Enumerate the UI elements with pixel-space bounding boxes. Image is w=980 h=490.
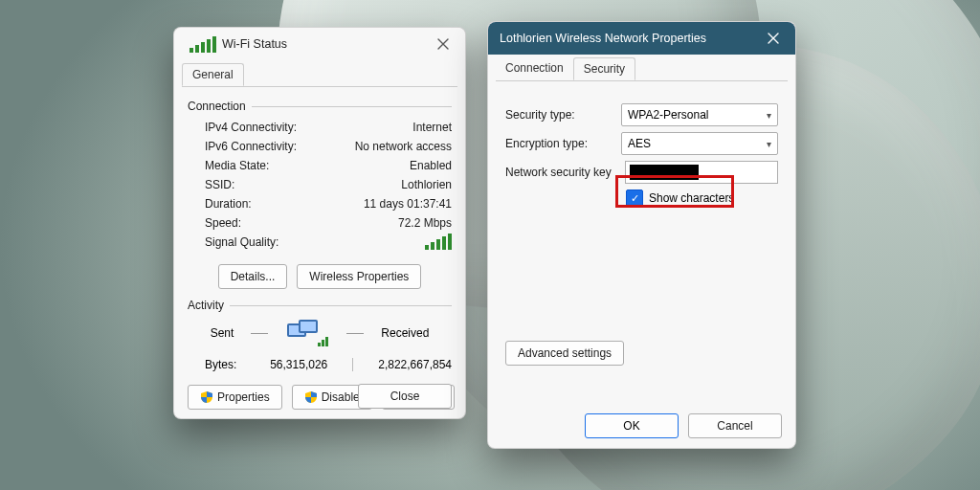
chevron-down-icon: ▾ <box>767 110 771 121</box>
security-type-dropdown[interactable]: WPA2-Personal ▾ <box>621 103 778 126</box>
group-connection: Connection <box>188 100 452 113</box>
tabs: Connection Security <box>496 57 788 81</box>
chevron-down-icon: ▾ <box>767 139 771 149</box>
media-state-value: Enabled <box>410 157 452 174</box>
wifi-status-body: Connection IPv4 Connectivity:Internet IP… <box>174 86 465 425</box>
security-type-value: WPA2-Personal <box>628 108 708 122</box>
wifi-status-window: Wi-Fi Status General Connection IPv4 Con… <box>173 27 466 419</box>
encryption-type-dropdown[interactable]: AES ▾ <box>621 132 778 155</box>
close-dialog-button[interactable]: Close <box>358 384 452 409</box>
bytes-label: Bytes: <box>205 358 255 371</box>
duration-value: 11 days 01:37:41 <box>364 195 452 212</box>
titlebar[interactable]: Wi-Fi Status <box>174 28 465 60</box>
wifi-signal-icon <box>184 36 216 53</box>
redacted-key <box>630 165 699 180</box>
show-characters-checkbox[interactable]: ✓ <box>626 189 643 207</box>
network-activity-icon <box>285 318 329 348</box>
duration-label: Duration: <box>205 195 364 212</box>
signal-quality-icon <box>419 234 452 255</box>
window-title: Wi-Fi Status <box>222 37 287 51</box>
svg-rect-5 <box>322 340 324 346</box>
group-activity: Activity <box>188 299 452 312</box>
network-security-key-input[interactable] <box>625 161 778 184</box>
ipv6-label: IPv6 Connectivity: <box>205 138 355 155</box>
sent-label: Sent <box>211 326 234 340</box>
window-title: Lothlorien Wireless Network Properties <box>500 32 706 45</box>
tab-connection[interactable]: Connection <box>496 57 573 80</box>
close-button[interactable] <box>751 22 795 55</box>
tab-general[interactable]: General <box>182 63 244 86</box>
signal-quality-label: Signal Quality: <box>205 234 419 255</box>
tab-security[interactable]: Security <box>573 57 635 80</box>
ok-button[interactable]: OK <box>585 413 679 438</box>
svg-rect-3 <box>301 322 316 331</box>
encryption-type-value: AES <box>628 137 651 150</box>
uac-shield-icon <box>304 390 318 404</box>
properties-button[interactable]: Properties <box>188 385 282 410</box>
ssid-value: Lothlorien <box>401 176 452 193</box>
uac-shield-icon <box>200 390 213 404</box>
titlebar[interactable]: Lothlorien Wireless Network Properties <box>488 22 795 55</box>
wireless-properties-button[interactable]: Wireless Properties <box>297 264 421 289</box>
close-button[interactable] <box>421 28 465 60</box>
ipv4-value: Internet <box>412 119 452 136</box>
security-type-label: Security type: <box>505 108 621 122</box>
media-state-label: Media State: <box>205 157 410 174</box>
wireless-properties-window: Lothlorien Wireless Network Properties C… <box>487 21 796 449</box>
svg-rect-6 <box>325 337 328 346</box>
separator <box>352 358 353 371</box>
cancel-button[interactable]: Cancel <box>688 413 782 438</box>
bytes-received-value: 2,822,667,854 <box>378 358 452 371</box>
ssid-label: SSID: <box>205 176 401 193</box>
speed-value: 72.2 Mbps <box>398 214 452 232</box>
show-characters-label: Show characters <box>649 191 734 205</box>
bytes-sent-value: 56,315,026 <box>255 358 327 371</box>
ipv6-value: No network access <box>355 138 452 155</box>
tabs: General <box>182 63 457 87</box>
received-label: Received <box>381 326 429 340</box>
ipv4-label: IPv4 Connectivity: <box>205 119 412 136</box>
speed-label: Speed: <box>205 214 398 232</box>
network-security-key-label: Network security key <box>505 166 625 179</box>
encryption-type-label: Encryption type: <box>505 137 621 150</box>
advanced-settings-button[interactable]: Advanced settings <box>505 341 624 366</box>
svg-rect-4 <box>318 343 321 346</box>
details-button[interactable]: Details... <box>218 264 288 289</box>
